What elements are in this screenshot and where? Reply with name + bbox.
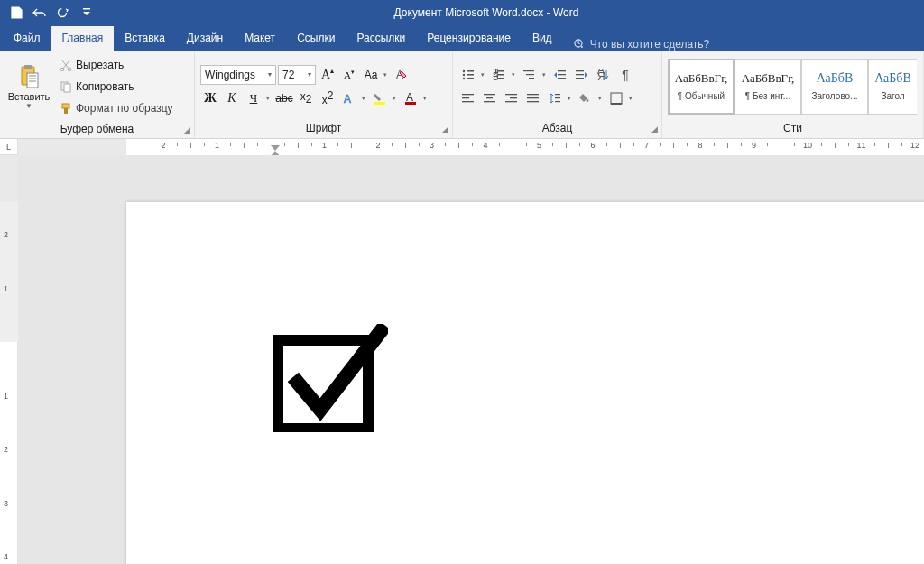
svg-rect-38 [576, 70, 584, 71]
font-dialog-launcher[interactable]: ◢ [442, 123, 448, 136]
align-right-button[interactable] [502, 88, 522, 108]
svg-rect-51 [505, 101, 517, 102]
align-center-button[interactable] [480, 88, 500, 108]
borders-dropdown[interactable]: ▾ [626, 88, 635, 108]
svg-rect-13 [62, 104, 69, 108]
grow-font-button[interactable]: A▴ [318, 65, 337, 85]
paragraph-dialog-launcher[interactable]: ◢ [651, 123, 658, 136]
paragraph-group-label: Абзац [542, 122, 573, 134]
sort-button[interactable]: AЯ [594, 65, 614, 85]
borders-button[interactable] [606, 88, 626, 108]
subscript-button[interactable]: x2 [296, 88, 316, 108]
tab-references[interactable]: Ссылки [286, 26, 346, 51]
tab-layout[interactable]: Макет [234, 26, 286, 51]
style-heading1[interactable]: АаБбВ Заголово... [801, 59, 868, 115]
text-effects-button[interactable]: A [339, 88, 359, 108]
tab-selector[interactable]: L [0, 139, 18, 155]
redo-button[interactable] [52, 2, 74, 23]
italic-button[interactable]: К [222, 88, 242, 108]
multilevel-list-button[interactable] [520, 65, 540, 85]
svg-rect-47 [486, 97, 493, 98]
undo-button[interactable] [29, 2, 51, 23]
svg-text:A: A [406, 91, 413, 104]
tab-design[interactable]: Дизайн [176, 26, 234, 51]
change-case-dropdown[interactable]: ▾ [381, 65, 390, 85]
ribbon-tabs: Файл Главная Вставка Дизайн Макет Ссылки… [0, 25, 924, 51]
tell-me-label: Что вы хотите сделать? [590, 38, 710, 51]
paste-label: Вставить [8, 91, 51, 102]
superscript-button[interactable]: x2 [318, 88, 337, 108]
style-no-spacing[interactable]: АаБбВвГг, ¶ Без инт... [735, 59, 801, 115]
bullets-button[interactable] [458, 65, 478, 85]
paste-button[interactable]: Вставить ▼ [5, 54, 52, 119]
page[interactable] [126, 202, 924, 564]
line-spacing-button[interactable] [545, 88, 565, 108]
style-heading2[interactable]: АаБбВ Загол [868, 59, 917, 115]
bold-button[interactable]: Ж [200, 88, 220, 108]
svg-rect-45 [462, 101, 474, 102]
document-content-glyph[interactable] [271, 324, 388, 432]
tab-insert[interactable]: Вставка [114, 26, 176, 51]
svg-rect-3 [83, 8, 90, 10]
group-clipboard: Вставить ▼ Вырезать Копировать Формат по… [0, 51, 195, 138]
strikethrough-button[interactable]: abc [274, 88, 294, 108]
cut-button[interactable]: Вырезать [56, 55, 177, 75]
font-color-button[interactable]: A [401, 88, 420, 108]
tell-me-search[interactable]: Что вы хотите сделать? [563, 38, 719, 51]
font-size-combo[interactable]: 72▾ [278, 65, 316, 85]
multilevel-dropdown[interactable]: ▾ [540, 65, 549, 85]
tab-mailings[interactable]: Рассылки [346, 26, 416, 51]
highlight-dropdown[interactable]: ▾ [390, 88, 399, 108]
change-case-button[interactable]: Aa [361, 65, 381, 85]
shading-dropdown[interactable]: ▾ [596, 88, 605, 108]
tab-review[interactable]: Рецензирование [416, 26, 522, 51]
shading-button[interactable] [576, 88, 596, 108]
text-effects-dropdown[interactable]: ▾ [359, 88, 368, 108]
font-color-dropdown[interactable]: ▾ [420, 88, 430, 108]
numbering-button[interactable]: 123 [489, 65, 509, 85]
svg-rect-55 [555, 94, 560, 95]
group-font: Wingdings▾ 72▾ A▴ A▾ Aa▾ A Ж К Ч▾ abc x2… [195, 51, 453, 138]
svg-rect-36 [558, 74, 566, 75]
save-button[interactable] [5, 2, 27, 23]
highlight-button[interactable] [370, 88, 390, 108]
align-left-button[interactable] [458, 88, 478, 108]
svg-rect-39 [576, 74, 584, 75]
svg-rect-19 [405, 102, 416, 105]
svg-rect-21 [467, 70, 474, 72]
paste-dropdown-icon: ▼ [25, 102, 32, 110]
tab-view[interactable]: Вид [522, 26, 563, 51]
style-normal[interactable]: АаБбВвГг, ¶ Обычный [668, 59, 735, 115]
svg-text:Я: Я [597, 70, 605, 81]
underline-button[interactable]: Ч [244, 88, 263, 108]
quick-access-toolbar [0, 0, 103, 25]
numbering-dropdown[interactable]: ▾ [509, 65, 518, 85]
line-spacing-dropdown[interactable]: ▾ [565, 88, 574, 108]
bullets-dropdown[interactable]: ▾ [478, 65, 487, 85]
increase-indent-button[interactable] [572, 65, 592, 85]
show-marks-button[interactable]: ¶ [615, 65, 635, 85]
svg-rect-48 [484, 101, 495, 102]
vertical-ruler[interactable]: 211234 [0, 155, 18, 564]
svg-rect-57 [555, 101, 560, 102]
svg-rect-50 [510, 97, 517, 98]
copy-button[interactable]: Копировать [56, 77, 177, 97]
clipboard-dialog-launcher[interactable]: ◢ [184, 124, 190, 137]
format-painter-button[interactable]: Формат по образцу [56, 98, 177, 118]
svg-rect-43 [462, 94, 474, 95]
underline-dropdown[interactable]: ▾ [263, 88, 273, 108]
font-name-combo[interactable]: Wingdings▾ [200, 65, 276, 85]
tab-file[interactable]: Файл [3, 26, 51, 51]
clear-formatting-button[interactable]: A [392, 65, 411, 85]
tab-home[interactable]: Главная [51, 26, 115, 51]
shrink-font-button[interactable]: A▾ [339, 65, 359, 85]
document-area[interactable] [18, 155, 924, 564]
svg-rect-32 [523, 70, 534, 71]
qat-customize-button[interactable] [76, 2, 97, 23]
horizontal-ruler[interactable]: L 21123456789101112 [0, 139, 924, 155]
format-painter-label: Формат по образцу [76, 102, 173, 115]
styles-group-label: Сти [783, 122, 802, 134]
svg-point-20 [463, 69, 465, 71]
decrease-indent-button[interactable] [550, 65, 570, 85]
justify-button[interactable] [523, 88, 543, 108]
